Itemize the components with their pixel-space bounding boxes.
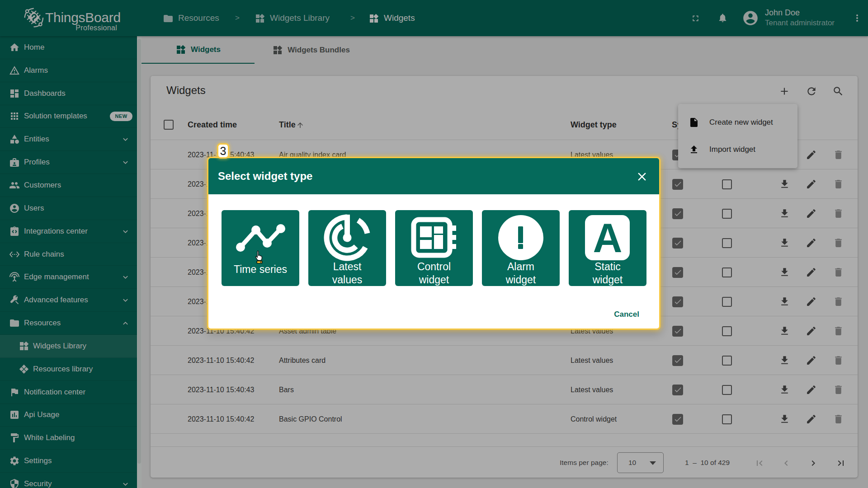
svg-text:A: A bbox=[593, 216, 623, 261]
